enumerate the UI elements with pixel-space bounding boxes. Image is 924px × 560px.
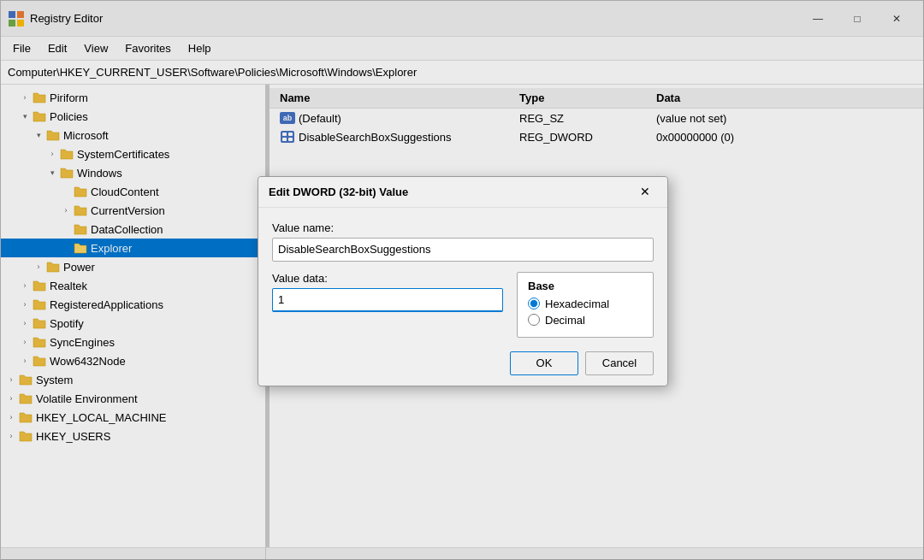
dialog-title-bar: Edit DWORD (32-bit) Value ✕ — [258, 177, 667, 208]
cancel-button[interactable]: Cancel — [585, 351, 654, 375]
ok-button[interactable]: OK — [510, 351, 578, 375]
dialog-title: Edit DWORD (32-bit) Value — [269, 186, 633, 198]
dialog-body: Value name: Value data: Base Hexadecimal — [258, 208, 667, 386]
value-name-input[interactable] — [272, 238, 654, 262]
hexadecimal-label: Hexadecimal — [545, 298, 609, 310]
radio-decimal[interactable]: Decimal — [528, 314, 643, 327]
dialog-close-button[interactable]: ✕ — [633, 181, 657, 202]
base-label: Base — [528, 280, 643, 292]
base-section: Base Hexadecimal Decimal — [517, 272, 654, 338]
edit-dword-dialog: Edit DWORD (32-bit) Value ✕ Value name: … — [258, 176, 668, 386]
value-data-label: Value data: — [272, 272, 503, 285]
modal-overlay: Edit DWORD (32-bit) Value ✕ Value name: … — [1, 1, 924, 560]
hexadecimal-radio[interactable] — [528, 298, 540, 309]
decimal-radio[interactable] — [528, 314, 540, 326]
dialog-buttons: OK Cancel — [272, 351, 654, 375]
decimal-label: Decimal — [545, 314, 585, 327]
row-section: Value data: Base Hexadecimal Decimal — [272, 272, 654, 338]
value-data-input[interactable] — [272, 288, 503, 312]
value-name-label: Value name: — [272, 221, 654, 234]
value-data-section: Value data: — [272, 272, 503, 338]
radio-hexadecimal[interactable]: Hexadecimal — [528, 298, 643, 310]
